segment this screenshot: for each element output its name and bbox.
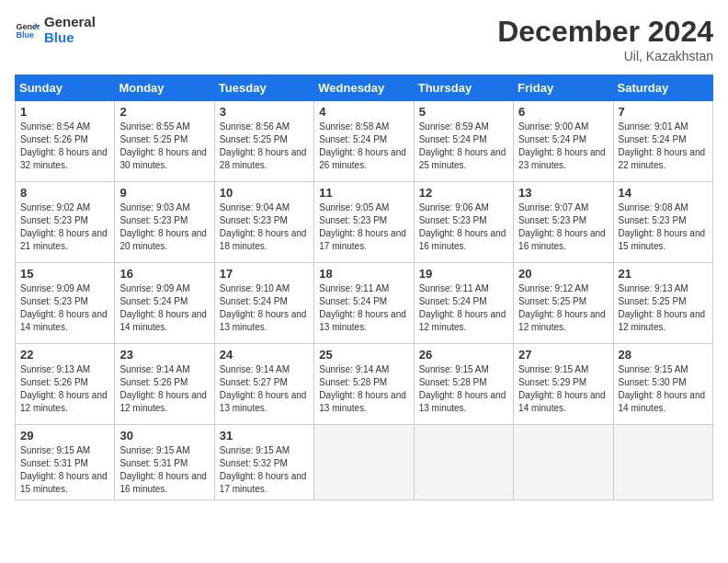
day-cell: 31 Sunrise: 9:15 AMSunset: 5:32 PMDaylig… (214, 425, 313, 500)
day-number: 29 (20, 429, 109, 442)
day-cell: 27 Sunrise: 9:15 AMSunset: 5:29 PMDaylig… (514, 344, 613, 425)
day-number: 11 (319, 186, 408, 200)
calendar-table: SundayMondayTuesdayWednesdayThursdayFrid… (15, 75, 713, 500)
day-cell: 21 Sunrise: 9:13 AMSunset: 5:25 PMDaylig… (613, 263, 712, 344)
day-cell: 30 Sunrise: 9:15 AMSunset: 5:31 PMDaylig… (115, 425, 214, 500)
day-number: 20 (518, 267, 608, 281)
day-number: 21 (619, 267, 708, 281)
col-header-tuesday: Tuesday (214, 75, 313, 101)
day-info: Sunrise: 9:06 AMSunset: 5:23 PMDaylight:… (419, 201, 508, 253)
day-info: Sunrise: 9:14 AMSunset: 5:28 PMDaylight:… (319, 363, 408, 415)
day-cell: 22 Sunrise: 9:13 AMSunset: 5:26 PMDaylig… (16, 344, 115, 425)
day-cell: 15 Sunrise: 9:09 AMSunset: 5:23 PMDaylig… (16, 263, 115, 344)
day-number: 5 (419, 105, 508, 119)
day-info: Sunrise: 9:15 AMSunset: 5:31 PMDaylight:… (119, 444, 209, 496)
day-cell: 16 Sunrise: 9:09 AMSunset: 5:24 PMDaylig… (115, 263, 214, 344)
day-cell: 7 Sunrise: 9:01 AMSunset: 5:24 PMDayligh… (613, 101, 712, 182)
day-cell: 20 Sunrise: 9:12 AMSunset: 5:25 PMDaylig… (514, 263, 613, 344)
day-info: Sunrise: 9:01 AMSunset: 5:24 PMDaylight:… (619, 121, 708, 172)
week-row-1: 1 Sunrise: 8:54 AMSunset: 5:26 PMDayligh… (16, 101, 713, 182)
day-number: 31 (220, 429, 309, 442)
day-cell: 9 Sunrise: 9:03 AMSunset: 5:23 PMDayligh… (115, 182, 214, 263)
day-number: 9 (119, 186, 209, 200)
title-section: December 2024 Uil, Kazakhstan (497, 15, 713, 63)
header: General Blue General Blue December 2024 … (15, 15, 713, 63)
day-cell: 11 Sunrise: 9:05 AMSunset: 5:23 PMDaylig… (314, 182, 414, 263)
day-number: 22 (20, 348, 109, 362)
col-header-thursday: Thursday (414, 75, 513, 101)
day-cell: 23 Sunrise: 9:14 AMSunset: 5:26 PMDaylig… (115, 344, 214, 425)
week-row-2: 8 Sunrise: 9:02 AMSunset: 5:23 PMDayligh… (16, 182, 713, 263)
day-info: Sunrise: 9:09 AMSunset: 5:24 PMDaylight:… (119, 282, 209, 334)
day-info: Sunrise: 9:04 AMSunset: 5:23 PMDaylight:… (220, 201, 309, 253)
day-number: 6 (518, 105, 608, 119)
day-cell: 2 Sunrise: 8:55 AMSunset: 5:25 PMDayligh… (115, 101, 214, 182)
day-number: 27 (518, 348, 608, 362)
day-number: 12 (419, 186, 508, 200)
day-info: Sunrise: 9:14 AMSunset: 5:26 PMDaylight:… (119, 363, 209, 415)
day-number: 1 (20, 105, 109, 119)
day-cell: 29 Sunrise: 9:15 AMSunset: 5:31 PMDaylig… (16, 425, 115, 500)
day-cell: 13 Sunrise: 9:07 AMSunset: 5:23 PMDaylig… (514, 182, 613, 263)
day-cell: 17 Sunrise: 9:10 AMSunset: 5:24 PMDaylig… (214, 263, 313, 344)
svg-text:Blue: Blue (16, 30, 34, 40)
day-info: Sunrise: 8:59 AMSunset: 5:24 PMDaylight:… (419, 121, 508, 172)
day-info: Sunrise: 9:02 AMSunset: 5:23 PMDaylight:… (20, 201, 109, 253)
col-header-monday: Monday (115, 75, 214, 101)
day-cell: 26 Sunrise: 9:15 AMSunset: 5:28 PMDaylig… (414, 344, 513, 425)
day-info: Sunrise: 9:15 AMSunset: 5:30 PMDaylight:… (619, 363, 708, 415)
logo: General Blue General Blue (15, 15, 96, 45)
day-number: 2 (119, 105, 209, 119)
day-number: 23 (119, 348, 209, 362)
day-number: 19 (419, 267, 508, 281)
day-cell: 28 Sunrise: 9:15 AMSunset: 5:30 PMDaylig… (613, 344, 712, 425)
day-cell: 24 Sunrise: 9:14 AMSunset: 5:27 PMDaylig… (214, 344, 313, 425)
day-number: 16 (119, 267, 209, 281)
day-info: Sunrise: 9:09 AMSunset: 5:23 PMDaylight:… (20, 282, 109, 334)
day-number: 30 (119, 429, 209, 442)
day-cell: 8 Sunrise: 9:02 AMSunset: 5:23 PMDayligh… (16, 182, 115, 263)
logo-icon: General Blue (15, 17, 40, 43)
day-info: Sunrise: 8:58 AMSunset: 5:24 PMDaylight:… (319, 121, 408, 172)
day-cell: 3 Sunrise: 8:56 AMSunset: 5:25 PMDayligh… (214, 101, 313, 182)
col-header-saturday: Saturday (613, 75, 712, 101)
day-number: 26 (419, 348, 508, 362)
day-number: 10 (220, 186, 309, 200)
day-number: 18 (319, 267, 408, 281)
day-info: Sunrise: 9:11 AMSunset: 5:24 PMDaylight:… (319, 282, 408, 334)
day-cell (613, 425, 712, 500)
day-info: Sunrise: 9:14 AMSunset: 5:27 PMDaylight:… (220, 363, 309, 415)
location: Uil, Kazakhstan (497, 49, 713, 63)
day-cell (314, 425, 414, 500)
day-cell: 10 Sunrise: 9:04 AMSunset: 5:23 PMDaylig… (214, 182, 313, 263)
day-info: Sunrise: 9:05 AMSunset: 5:23 PMDaylight:… (319, 201, 408, 253)
day-info: Sunrise: 9:13 AMSunset: 5:25 PMDaylight:… (619, 282, 708, 334)
day-cell: 1 Sunrise: 8:54 AMSunset: 5:26 PMDayligh… (16, 101, 115, 182)
day-info: Sunrise: 9:15 AMSunset: 5:31 PMDaylight:… (20, 444, 109, 496)
day-info: Sunrise: 9:00 AMSunset: 5:24 PMDaylight:… (518, 121, 608, 172)
day-cell: 4 Sunrise: 8:58 AMSunset: 5:24 PMDayligh… (314, 101, 414, 182)
day-cell: 14 Sunrise: 9:08 AMSunset: 5:23 PMDaylig… (613, 182, 712, 263)
day-info: Sunrise: 8:54 AMSunset: 5:26 PMDaylight:… (20, 121, 109, 172)
day-number: 4 (319, 105, 408, 119)
logo-blue: Blue (44, 30, 96, 46)
day-info: Sunrise: 9:11 AMSunset: 5:24 PMDaylight:… (419, 282, 508, 334)
day-number: 8 (20, 186, 109, 200)
day-number: 14 (619, 186, 708, 200)
day-info: Sunrise: 9:15 AMSunset: 5:32 PMDaylight:… (220, 444, 309, 496)
col-header-friday: Friday (514, 75, 613, 101)
day-info: Sunrise: 8:56 AMSunset: 5:25 PMDaylight:… (220, 121, 309, 172)
day-info: Sunrise: 9:15 AMSunset: 5:28 PMDaylight:… (419, 363, 508, 415)
col-header-wednesday: Wednesday (314, 75, 414, 101)
week-row-3: 15 Sunrise: 9:09 AMSunset: 5:23 PMDaylig… (16, 263, 713, 344)
day-cell: 12 Sunrise: 9:06 AMSunset: 5:23 PMDaylig… (414, 182, 513, 263)
day-info: Sunrise: 9:13 AMSunset: 5:26 PMDaylight:… (20, 363, 109, 415)
day-cell: 6 Sunrise: 9:00 AMSunset: 5:24 PMDayligh… (514, 101, 613, 182)
day-number: 25 (319, 348, 408, 362)
col-header-sunday: Sunday (16, 75, 115, 101)
day-number: 3 (220, 105, 309, 119)
day-info: Sunrise: 9:15 AMSunset: 5:29 PMDaylight:… (518, 363, 608, 415)
day-info: Sunrise: 9:10 AMSunset: 5:24 PMDaylight:… (220, 282, 309, 334)
day-cell: 19 Sunrise: 9:11 AMSunset: 5:24 PMDaylig… (414, 263, 513, 344)
logo-general: General (44, 15, 96, 30)
